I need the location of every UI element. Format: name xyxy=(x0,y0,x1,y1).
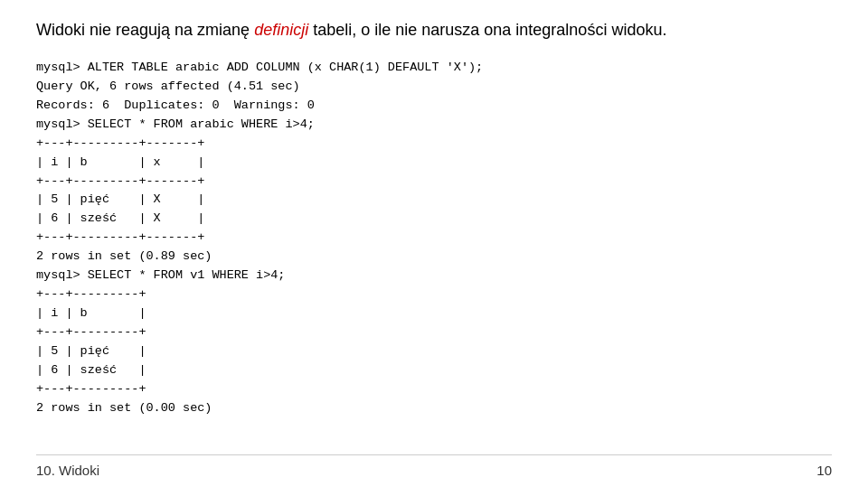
intro-keyword: definicji xyxy=(254,21,308,39)
intro-text-after: tabeli, o ile nie narusza ona integralno… xyxy=(308,21,666,39)
intro-text-before: Widoki nie reagują na zmianę xyxy=(36,21,254,39)
footer-page: 10 xyxy=(816,463,832,478)
page-container: Widoki nie reagują na zmianę definicji t… xyxy=(0,0,868,496)
intro-paragraph: Widoki nie reagują na zmianę definicji t… xyxy=(36,18,832,42)
code-block: mysql> ALTER TABLE arabic ADD COLUMN (x … xyxy=(36,59,832,445)
footer-label: 10. Widoki xyxy=(36,463,99,478)
footer-bar: 10. Widoki 10 xyxy=(36,454,832,478)
